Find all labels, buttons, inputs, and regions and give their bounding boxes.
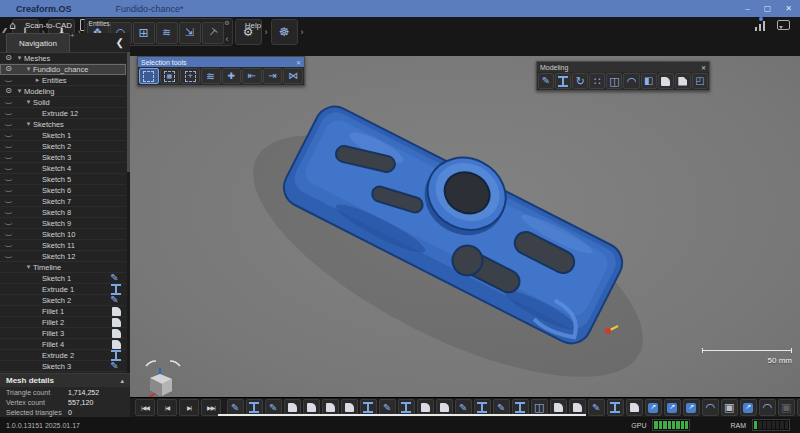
surfaces-tool-button[interactable] xyxy=(156,22,178,44)
gauge-segment xyxy=(672,421,675,429)
mesh-detail-row-triangle-count: Triangle count1,714,252 xyxy=(0,387,130,397)
expander-right-icon[interactable]: ▸ xyxy=(33,76,42,84)
fillet-tool-button[interactable] xyxy=(658,73,674,89)
tree-row-sketch-2[interactable]: Sketch 2 xyxy=(0,141,126,152)
tree-row-sketch-3[interactable]: Sketch 3 xyxy=(0,152,126,163)
tree-row-entities[interactable]: ▸Entities xyxy=(0,75,126,86)
moveface-operation-icon[interactable] xyxy=(683,399,700,416)
tree-row-solid[interactable]: ▾Solid xyxy=(0,97,126,108)
fillet-icon xyxy=(112,340,121,349)
tree-row-sketch-3[interactable]: Sketch 3 xyxy=(0,361,126,372)
modeling-titlebar[interactable]: Modeling ✕ xyxy=(537,62,709,72)
step-back-button[interactable]: |◀ xyxy=(157,399,177,416)
orientation-cube[interactable] xyxy=(140,360,186,397)
shell-tool-button[interactable] xyxy=(692,73,708,89)
shiftl-tool-button[interactable] xyxy=(242,68,262,84)
chamfer-tool-button[interactable] xyxy=(675,73,691,89)
selection-tools-close-icon[interactable]: ✕ xyxy=(296,59,301,66)
tree-row-extrude-12[interactable]: Extrude 12 xyxy=(0,108,126,119)
mesh-details-collapse-icon[interactable]: ▴ xyxy=(120,377,124,385)
tree-row-sketch-2[interactable]: Sketch 2 xyxy=(0,295,126,306)
moveface-operation-icon[interactable] xyxy=(664,399,681,416)
moveface-operation-icon[interactable] xyxy=(740,399,757,416)
connsel-tool-button[interactable] xyxy=(201,68,221,84)
lassosel-tool-button[interactable] xyxy=(180,68,200,84)
tree-row-sketch-1[interactable]: Sketch 1 xyxy=(0,273,126,284)
viewport-3d[interactable]: Selection tools ✕ Modeling ✕ 50 mm xyxy=(130,56,800,397)
expander-down-icon[interactable]: ▾ xyxy=(24,98,33,106)
home-icon[interactable] xyxy=(6,19,19,32)
tree-row-fillet-4[interactable]: Fillet 4 xyxy=(0,339,126,350)
tree-row-sketch-11[interactable]: Sketch 11 xyxy=(0,240,126,251)
boundsel-tool-button[interactable] xyxy=(283,68,303,84)
entities-collapse-icon[interactable]: ‹ xyxy=(225,34,230,44)
visibility-eye-icon[interactable] xyxy=(2,250,15,263)
tree-row-sketch-1[interactable]: Sketch 1 xyxy=(0,130,126,141)
revolve-tool-button[interactable] xyxy=(572,73,588,89)
tree-row-fillet-2[interactable]: Fillet 2 xyxy=(0,317,126,328)
tree-row-sketch-8[interactable]: Sketch 8 xyxy=(0,207,126,218)
sidebar-collapse-icon[interactable]: ❮ xyxy=(116,37,124,48)
tree-row-modeling[interactable]: ▾Modeling xyxy=(0,86,126,97)
step-forward-button[interactable]: ▶| xyxy=(179,399,199,416)
tree-row-sketch-9[interactable]: Sketch 9 xyxy=(0,218,126,229)
tree-row-sketches[interactable]: ▾Sketches xyxy=(0,119,126,130)
freeform-tools-expander-icon[interactable]: › xyxy=(300,27,305,37)
extrude-operation-icon[interactable] xyxy=(607,399,624,416)
maximize-button[interactable]: ▢ xyxy=(764,4,772,13)
rectsel-tool-button[interactable] xyxy=(139,68,159,84)
tree-row-sketch-10[interactable]: Sketch 10 xyxy=(0,229,126,240)
meshmove-tool-button[interactable] xyxy=(179,22,201,44)
sketch-tool-button[interactable] xyxy=(538,73,554,89)
tree-row-fundido-chance[interactable]: ▾Fundido_chance xyxy=(0,64,126,75)
mirror-tool-button[interactable] xyxy=(641,73,657,89)
loft-tool-button[interactable] xyxy=(623,73,639,89)
feedback-chat-icon[interactable] xyxy=(777,20,790,30)
extrude-tool-button[interactable] xyxy=(555,73,571,89)
hammer-tool-button[interactable] xyxy=(202,22,224,44)
expander-down-icon[interactable]: ▾ xyxy=(15,87,24,95)
tree-row-sketch-7[interactable]: Sketch 7 xyxy=(0,196,126,207)
sketch-operation-icon[interactable] xyxy=(588,399,605,416)
selection-tools-titlebar[interactable]: Selection tools ✕ xyxy=(138,57,304,67)
tree-row-sketch-5[interactable]: Sketch 5 xyxy=(0,174,126,185)
tree-row-sketch-12[interactable]: Sketch 12 xyxy=(0,251,126,262)
cube-operation-icon[interactable] xyxy=(721,399,738,416)
split-tool-button[interactable] xyxy=(606,73,622,89)
gauge-segment xyxy=(785,421,788,429)
performance-monitor-icon[interactable] xyxy=(755,20,767,31)
grid-tool-button[interactable] xyxy=(133,22,155,44)
tree-row-fillet-3[interactable]: Fillet 3 xyxy=(0,328,126,339)
fillet-operation-icon[interactable] xyxy=(626,399,643,416)
tree-row-meshes[interactable]: ▾Meshes xyxy=(0,53,126,64)
go-to-start-button[interactable]: |◀◀ xyxy=(135,399,155,416)
tree-item-label: Sketch 2 xyxy=(42,142,71,151)
entities-group-options-icon[interactable]: ⚙ xyxy=(224,19,229,26)
pattern-tool-button[interactable] xyxy=(589,73,605,89)
menu-help[interactable]: Help xyxy=(240,19,266,32)
moveface-operation-icon[interactable] xyxy=(645,399,662,416)
split-icon xyxy=(608,75,621,88)
tree-row-sketch-4[interactable]: Sketch 4 xyxy=(0,163,126,174)
brushsel-tool-button[interactable] xyxy=(160,68,180,84)
add-tab-icon[interactable]: + xyxy=(70,31,75,40)
timeline-progress-line[interactable] xyxy=(218,414,586,416)
cube-dim-operation-icon[interactable] xyxy=(778,399,795,416)
freeform-tools-button[interactable] xyxy=(271,19,298,45)
loft-operation-icon[interactable] xyxy=(702,399,719,416)
tab-navigation[interactable]: Navigation xyxy=(6,33,70,52)
close-button[interactable]: ✕ xyxy=(785,4,792,13)
loft-operation-icon[interactable] xyxy=(759,399,776,416)
shiftr-tool-button[interactable] xyxy=(263,68,283,84)
tree-row-sketch-6[interactable]: Sketch 6 xyxy=(0,185,126,196)
expander-down-icon[interactable]: ▾ xyxy=(24,263,33,271)
growsel-tool-button[interactable] xyxy=(222,68,242,84)
expander-down-icon[interactable]: ▾ xyxy=(15,54,24,62)
minimize-button[interactable]: – xyxy=(745,4,749,13)
tree-row-fillet-1[interactable]: Fillet 1 xyxy=(0,306,126,317)
scanned-part-mesh[interactable] xyxy=(130,56,800,397)
expander-down-icon[interactable]: ▾ xyxy=(24,65,33,73)
modeling-close-icon[interactable]: ✕ xyxy=(701,64,706,71)
expander-down-icon[interactable]: ▾ xyxy=(24,120,33,128)
sketch-icon xyxy=(590,401,603,414)
